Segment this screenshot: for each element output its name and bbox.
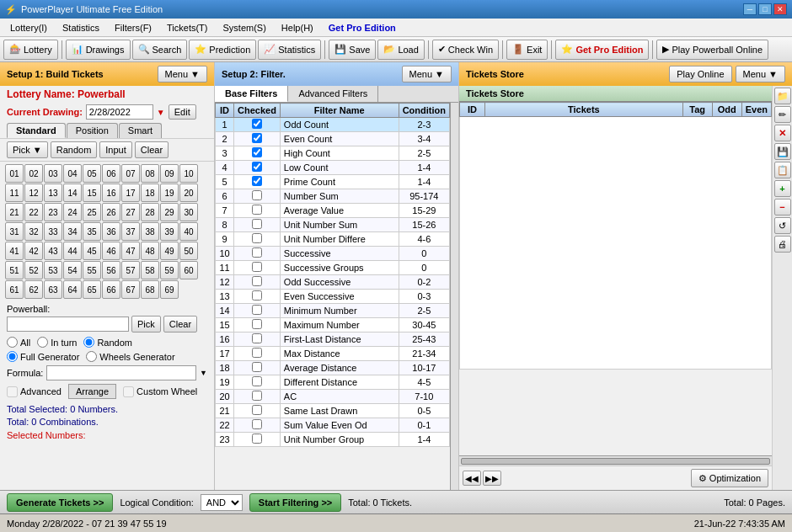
- filter-checkbox-18[interactable]: [252, 362, 262, 372]
- powerball-input[interactable]: [7, 317, 129, 332]
- radio-all-input[interactable]: [7, 337, 18, 348]
- filter-checkbox-19[interactable]: [252, 376, 262, 386]
- radio-wheels-gen-input[interactable]: [86, 351, 97, 362]
- toolbar-get-pro[interactable]: ⭐ Get Pro Edition: [555, 40, 649, 60]
- pick-button[interactable]: Pick ▼: [7, 141, 48, 158]
- radio-full-gen[interactable]: Full Generator: [7, 351, 79, 362]
- number-cell-38[interactable]: 38: [141, 222, 159, 241]
- number-cell-33[interactable]: 33: [44, 222, 62, 241]
- toolbar-lottery[interactable]: 🎰 Lottery: [3, 40, 58, 60]
- number-cell-37[interactable]: 37: [121, 222, 140, 241]
- filter-checkbox-7[interactable]: [252, 205, 262, 215]
- menu-statistics[interactable]: Statistics: [56, 21, 106, 35]
- menu-tickets[interactable]: Tickets(T): [160, 21, 214, 35]
- number-cell-49[interactable]: 49: [160, 242, 179, 260]
- filter-checkbox-14[interactable]: [252, 305, 262, 315]
- sidebar-btn-add[interactable]: +: [774, 180, 791, 197]
- number-cell-16[interactable]: 16: [102, 184, 120, 202]
- number-cell-9[interactable]: 09: [160, 164, 179, 183]
- powerball-pick-button[interactable]: Pick: [131, 316, 161, 332]
- middle-panel-menu-button[interactable]: Menu ▼: [402, 66, 452, 82]
- number-cell-67[interactable]: 67: [121, 280, 140, 299]
- number-cell-56[interactable]: 56: [102, 261, 120, 279]
- filter-checked[interactable]: [234, 161, 281, 175]
- formula-input[interactable]: [46, 365, 196, 380]
- number-cell-41[interactable]: 41: [5, 242, 24, 260]
- number-cell-7[interactable]: 07: [121, 164, 140, 183]
- filter-checkbox-20[interactable]: [252, 391, 262, 401]
- radio-full-gen-input[interactable]: [7, 351, 18, 362]
- filter-checked[interactable]: [234, 218, 281, 232]
- filter-checkbox-6[interactable]: [252, 190, 262, 200]
- radio-in-turn[interactable]: In turn: [37, 337, 77, 348]
- horizontal-scrollbar[interactable]: [459, 455, 772, 466]
- scrollbar-thumb[interactable]: [461, 458, 770, 465]
- number-cell-20[interactable]: 20: [179, 184, 198, 202]
- filter-checked[interactable]: [234, 146, 281, 161]
- number-cell-21[interactable]: 21: [5, 203, 24, 221]
- filter-checkbox-22[interactable]: [252, 419, 262, 429]
- number-cell-24[interactable]: 24: [63, 203, 82, 221]
- filter-checkbox-13[interactable]: [252, 290, 262, 301]
- advanced-checkbox[interactable]: Advanced: [7, 386, 62, 397]
- radio-in-turn-input[interactable]: [37, 337, 48, 348]
- toolbar-prediction[interactable]: ⭐ Prediction: [189, 40, 256, 60]
- number-cell-8[interactable]: 08: [141, 164, 159, 183]
- sidebar-btn-copy[interactable]: 📋: [774, 162, 791, 178]
- filter-checked[interactable]: [234, 332, 281, 347]
- number-cell-11[interactable]: 11: [5, 184, 24, 202]
- filter-checked[interactable]: [234, 247, 281, 261]
- number-cell-51[interactable]: 51: [5, 261, 24, 279]
- filter-checked[interactable]: [234, 433, 281, 447]
- tab-position[interactable]: Position: [67, 123, 118, 138]
- filter-checkbox-12[interactable]: [252, 276, 262, 286]
- number-cell-29[interactable]: 29: [160, 203, 179, 221]
- number-cell-57[interactable]: 57: [121, 261, 140, 279]
- tab-standard[interactable]: Standard: [7, 123, 66, 138]
- menu-filters[interactable]: Filters(F): [108, 21, 158, 35]
- number-cell-46[interactable]: 46: [102, 242, 120, 260]
- close-button[interactable]: ✕: [773, 3, 787, 15]
- tab-base-filters[interactable]: Base Filters: [215, 86, 288, 102]
- number-cell-42[interactable]: 42: [24, 242, 43, 260]
- filter-checkbox-4[interactable]: [252, 162, 262, 172]
- filter-checked[interactable]: [234, 261, 281, 275]
- filter-checkbox-10[interactable]: [252, 247, 262, 258]
- number-cell-15[interactable]: 15: [83, 184, 101, 202]
- number-cell-5[interactable]: 05: [83, 164, 101, 183]
- custom-wheel-checkbox[interactable]: Custom Wheel: [123, 386, 197, 397]
- number-cell-43[interactable]: 43: [44, 242, 62, 260]
- number-cell-28[interactable]: 28: [141, 203, 159, 221]
- filter-checked[interactable]: [234, 375, 281, 390]
- filter-checked[interactable]: [234, 132, 281, 146]
- number-cell-19[interactable]: 19: [160, 184, 179, 202]
- toolbar-play-online[interactable]: ▶ Play Powerball Online: [656, 40, 768, 60]
- number-cell-10[interactable]: 10: [179, 164, 198, 183]
- radio-wheels-gen[interactable]: Wheels Generator: [86, 351, 174, 362]
- number-cell-40[interactable]: 40: [179, 222, 198, 241]
- number-cell-62[interactable]: 62: [24, 280, 43, 299]
- number-cell-60[interactable]: 60: [179, 261, 198, 279]
- number-cell-6[interactable]: 06: [102, 164, 120, 183]
- sidebar-btn-refresh[interactable]: ↺: [774, 217, 791, 234]
- tab-smart[interactable]: Smart: [119, 123, 162, 138]
- toolbar-statistics[interactable]: 📈 Statistics: [258, 40, 321, 60]
- custom-wheel-input[interactable]: [123, 386, 134, 397]
- maximize-button[interactable]: □: [758, 3, 772, 15]
- filter-checkbox-17[interactable]: [252, 348, 262, 358]
- filter-checked[interactable]: [234, 189, 281, 204]
- filter-checkbox-15[interactable]: [252, 319, 262, 329]
- filter-checkbox-5[interactable]: [252, 176, 262, 186]
- sidebar-btn-edit[interactable]: ✏: [774, 106, 791, 123]
- sidebar-btn-remove[interactable]: −: [774, 199, 791, 215]
- toolbar-save[interactable]: 💾 Save: [329, 40, 376, 60]
- number-cell-4[interactable]: 04: [63, 164, 82, 183]
- filter-checkbox-1[interactable]: [252, 119, 262, 129]
- number-cell-53[interactable]: 53: [44, 261, 62, 279]
- toolbar-check-win[interactable]: ✔ Check Win: [432, 40, 499, 60]
- generate-tickets-button[interactable]: Generate Tickets >>: [7, 493, 113, 512]
- nav-next-button[interactable]: ▶▶: [483, 471, 501, 486]
- menu-lottery[interactable]: Lottery(I): [3, 21, 54, 35]
- toolbar-drawings[interactable]: 📊 Drawings: [66, 40, 131, 60]
- input-button[interactable]: Input: [99, 141, 131, 158]
